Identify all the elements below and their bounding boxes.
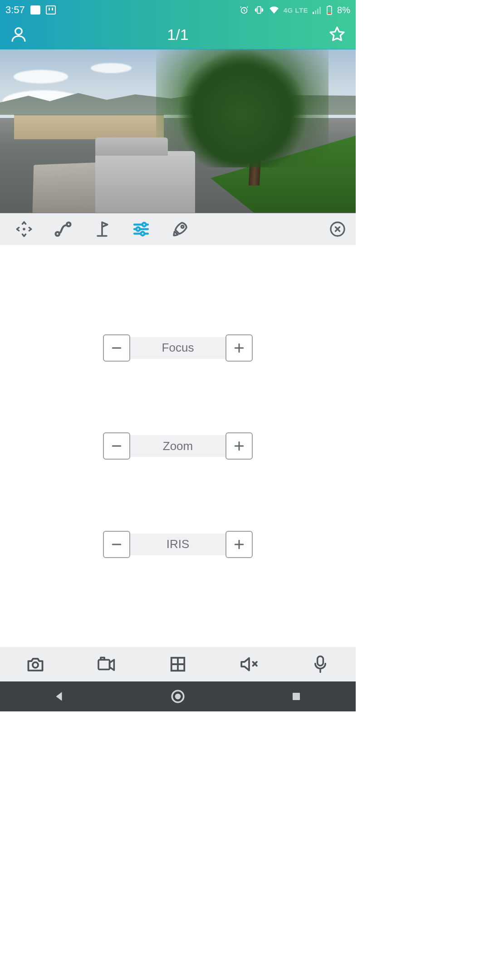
camera-feed[interactable] — [0, 49, 356, 213]
svg-point-14 — [136, 227, 140, 231]
zoom-plus-button[interactable] — [225, 432, 253, 460]
iris-minus-button[interactable] — [103, 531, 130, 558]
svg-rect-22 — [317, 656, 323, 666]
svg-point-24 — [175, 694, 181, 700]
vibrate-icon — [254, 5, 265, 15]
grid-button[interactable] — [160, 651, 196, 678]
focus-control: Focus — [103, 334, 253, 362]
nav-recent-button[interactable] — [278, 691, 314, 702]
svg-rect-1 — [257, 7, 260, 14]
android-nav-bar — [0, 681, 356, 711]
mute-button[interactable] — [231, 651, 267, 678]
focus-minus-button[interactable] — [103, 334, 130, 362]
svg-rect-3 — [315, 10, 316, 14]
media-toolbar — [0, 647, 356, 681]
focus-label: Focus — [130, 337, 225, 359]
signal-icon — [313, 6, 322, 14]
svg-rect-2 — [313, 12, 314, 14]
flag-button[interactable] — [83, 213, 122, 245]
page-title: 1/1 — [167, 26, 188, 44]
zoom-minus-button[interactable] — [103, 432, 130, 460]
nav-home-button[interactable] — [160, 689, 196, 704]
battery-pct: 8% — [337, 5, 350, 15]
svg-rect-8 — [328, 13, 331, 14]
lens-controls: Focus Zoom IRIS — [0, 245, 356, 647]
gallery-icon — [30, 5, 40, 15]
close-button[interactable] — [324, 221, 351, 237]
battery-icon — [326, 5, 333, 15]
iris-label: IRIS — [130, 534, 225, 555]
ptz-move-button[interactable] — [5, 213, 44, 245]
network-label: 4G LTE — [284, 6, 308, 14]
iris-control: IRIS — [103, 531, 253, 558]
profile-button[interactable] — [9, 25, 28, 44]
zoom-control: Zoom — [103, 432, 253, 460]
svg-point-13 — [142, 223, 146, 226]
rocket-button[interactable] — [161, 213, 200, 245]
svg-rect-19 — [98, 660, 110, 669]
snapshot-button[interactable] — [17, 651, 54, 678]
svg-rect-5 — [319, 7, 321, 14]
mic-button[interactable] — [302, 651, 338, 678]
ptz-toolbar — [0, 213, 356, 245]
svg-point-9 — [15, 28, 22, 35]
nav-back-button[interactable] — [41, 691, 78, 702]
record-button[interactable] — [88, 651, 125, 678]
app-bar: 1/1 — [0, 20, 356, 49]
svg-rect-4 — [317, 9, 318, 14]
wifi-icon — [269, 6, 279, 14]
favorite-button[interactable] — [328, 25, 347, 44]
svg-rect-25 — [293, 693, 300, 700]
twitch-icon — [46, 5, 56, 15]
path-button[interactable] — [44, 213, 83, 245]
svg-point-16 — [181, 225, 184, 228]
alarm-icon — [239, 5, 249, 15]
zoom-label: Zoom — [130, 435, 225, 457]
svg-point-10 — [23, 228, 25, 230]
svg-point-15 — [141, 232, 144, 235]
sliders-button[interactable] — [122, 213, 161, 245]
svg-point-18 — [33, 662, 38, 668]
status-time: 3:57 — [5, 4, 25, 16]
svg-rect-7 — [328, 5, 330, 6]
status-bar: 3:57 4G LTE 8% — [0, 0, 356, 20]
svg-rect-20 — [101, 657, 104, 660]
iris-plus-button[interactable] — [225, 531, 253, 558]
focus-plus-button[interactable] — [225, 334, 253, 362]
